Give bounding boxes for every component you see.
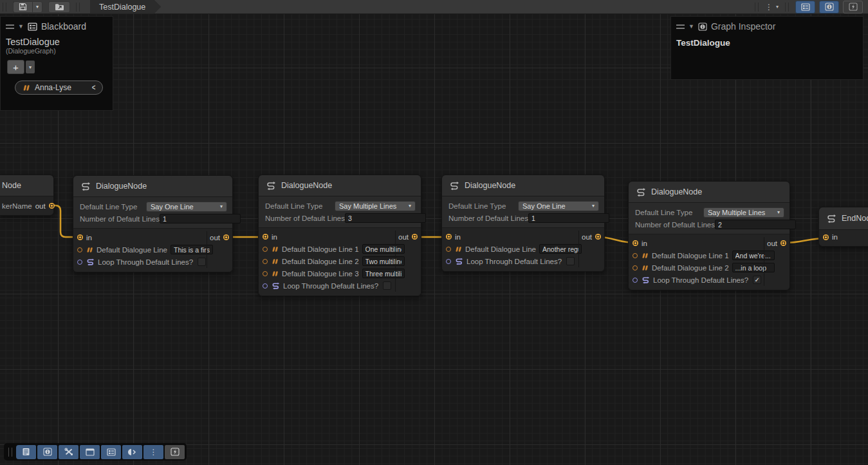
more-options-button[interactable]: ⋮ <box>143 445 163 459</box>
dialogue-node-4[interactable]: DialogueNode Default Line Type Say Multi… <box>628 181 790 290</box>
node-title: DialogueNode <box>281 181 332 190</box>
in-label: in <box>455 233 461 241</box>
out-port[interactable] <box>223 234 229 240</box>
dialogue-line-port[interactable] <box>263 247 268 252</box>
document-icon <box>22 448 30 456</box>
number-of-default-lines-input[interactable] <box>715 220 796 229</box>
blackboard-header[interactable]: ▼ Blackboard <box>1 17 113 34</box>
loop-port[interactable] <box>633 278 638 283</box>
spark-icon <box>171 448 180 456</box>
default-line-type-label: Default Line Type <box>80 203 137 211</box>
save-dropdown-button[interactable]: ▾ <box>32 1 42 13</box>
tools-button[interactable] <box>59 445 78 459</box>
toolbar-grip[interactable] <box>8 448 12 457</box>
in-port[interactable] <box>633 240 638 246</box>
default-line-type-dropdown[interactable]: Say Multiple Lines ▾ <box>335 201 416 211</box>
dialogue-node-1[interactable]: DialogueNode Default Line Type Say One L… <box>73 175 233 272</box>
loop-port[interactable] <box>446 259 451 264</box>
default-line-type-dropdown[interactable]: Say Multiple Lines ▾ <box>703 207 784 218</box>
window-button[interactable] <box>80 445 100 459</box>
collapse-left-icon[interactable]: < <box>92 83 96 92</box>
preview-button[interactable] <box>122 445 142 459</box>
number-of-default-lines-input[interactable] <box>160 214 241 223</box>
blackboard-icon <box>107 448 116 456</box>
info-icon <box>698 23 707 31</box>
property-name: Anna-Lyse <box>35 83 71 92</box>
out-port[interactable] <box>595 234 601 240</box>
drag-handle-icon[interactable] <box>6 24 14 29</box>
in-port[interactable] <box>823 234 829 240</box>
loop-checkbox[interactable] <box>198 258 206 266</box>
end-node[interactable]: EndNode in <box>818 207 868 247</box>
dialogue-line-port[interactable] <box>77 247 82 252</box>
collapse-arrow-icon[interactable]: ▼ <box>18 23 24 30</box>
dialogue-line-port[interactable] <box>263 259 268 264</box>
loop-port[interactable] <box>263 283 268 289</box>
number-of-default-lines-input[interactable] <box>345 213 426 223</box>
node-title-bar[interactable]: DialogueNode <box>73 176 232 197</box>
spark-button[interactable] <box>165 445 185 459</box>
dialogue-line-port[interactable] <box>633 253 638 258</box>
in-port[interactable] <box>446 234 452 240</box>
dialogue-node-3[interactable]: DialogueNode Default Line Type Say One L… <box>441 175 605 272</box>
out-port[interactable] <box>49 203 55 209</box>
speaker-node-partial[interactable]: Node kerName out <box>0 175 54 216</box>
toolbar-divider <box>755 3 759 12</box>
port-label: Default Dialogue Line 2 <box>282 258 359 265</box>
chevron-down-icon: ▾ <box>29 64 32 70</box>
loop-port[interactable] <box>77 260 82 265</box>
node-title-bar[interactable]: DialogueNode <box>629 182 790 203</box>
toggle-blackboard-button[interactable] <box>795 1 815 14</box>
dialogue-node-2[interactable]: DialogueNode Default Line Type Say Multi… <box>258 175 421 296</box>
notes-button[interactable] <box>16 445 36 459</box>
dialogue-line-port[interactable] <box>263 271 268 276</box>
out-label: out <box>398 233 409 241</box>
add-property-dropdown[interactable]: ▾ <box>26 61 35 73</box>
loop-checkbox[interactable]: ✓ <box>753 276 761 284</box>
node-title-bar[interactable]: DialogueNode <box>442 175 604 196</box>
out-port[interactable] <box>780 240 786 246</box>
node-title-bar[interactable]: DialogueNode <box>259 175 421 196</box>
toggle-preview-button[interactable] <box>843 1 863 14</box>
port-label: Loop Through Default Lines? <box>283 282 378 290</box>
half-circle-arrow-icon <box>128 448 137 456</box>
port-label: Default Dialogue Line <box>465 245 536 253</box>
panel-title: Graph Inspector <box>711 21 775 32</box>
toolbar-grip[interactable] <box>3 3 6 12</box>
tab-testdialogue[interactable]: TestDialogue <box>90 0 161 14</box>
loop-checkbox[interactable] <box>383 281 391 290</box>
default-line-type-dropdown[interactable]: Say One Line ▾ <box>518 201 599 211</box>
dialogue-node-icon <box>448 180 459 191</box>
out-label: out <box>582 233 592 241</box>
in-label: in <box>832 233 838 241</box>
out-port[interactable] <box>412 234 418 240</box>
node-title-bar[interactable]: Node <box>0 175 53 196</box>
graph-options-button[interactable]: ⋮ ▾ <box>761 3 782 11</box>
in-port[interactable] <box>263 234 268 240</box>
tab-label: TestDialogue <box>99 3 145 12</box>
dialogue-line-port[interactable] <box>446 247 451 252</box>
drag-handle-icon[interactable] <box>676 24 685 29</box>
loop-checkbox[interactable] <box>566 257 575 265</box>
node-title-bar[interactable]: EndNode <box>819 207 868 230</box>
port-label: Default Dialogue Line 1 <box>652 252 729 260</box>
dialogue-line-port[interactable] <box>633 265 638 270</box>
default-line-type-dropdown[interactable]: Say One Line ▾ <box>146 202 227 212</box>
in-label: in <box>272 233 277 241</box>
node-title: DialogueNode <box>651 187 702 196</box>
toggle-inspector-button[interactable] <box>819 1 839 14</box>
inspector-header[interactable]: ▼ Graph Inspector <box>671 17 863 34</box>
quote-icon <box>271 270 279 277</box>
blackboard-button[interactable] <box>101 445 121 459</box>
inspector-button[interactable] <box>37 445 57 459</box>
main-toolbar: ▾ TestDialogue ⋮ ▾ <box>0 0 868 14</box>
dialogue-line-input[interactable] <box>539 244 582 254</box>
blackboard-property-row[interactable]: Anna-Lyse < <box>15 81 103 95</box>
save-button[interactable] <box>13 1 32 13</box>
collapse-arrow-icon[interactable]: ▼ <box>688 23 694 30</box>
open-asset-button[interactable] <box>48 1 70 13</box>
chevron-down-icon: ▾ <box>409 203 411 209</box>
number-of-default-lines-input[interactable] <box>528 213 609 223</box>
in-port[interactable] <box>77 234 83 240</box>
add-property-button[interactable]: + <box>7 60 24 74</box>
